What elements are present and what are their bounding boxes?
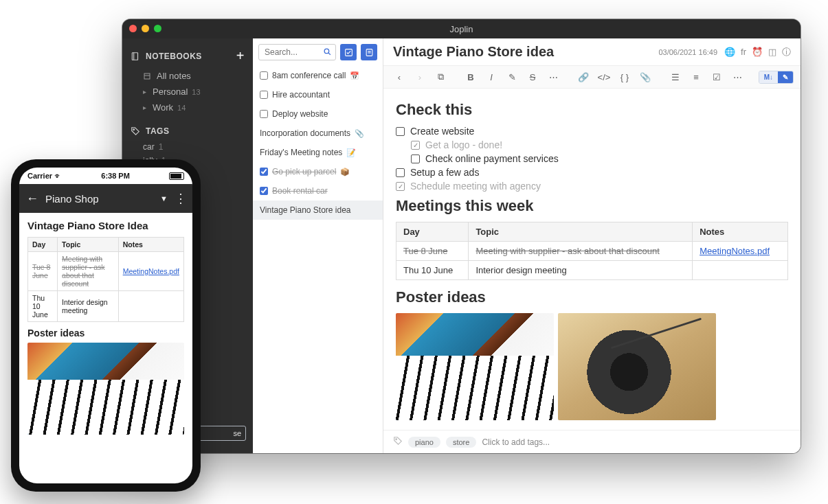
- note-emoji-icon: 📦: [340, 168, 350, 176]
- attach-button[interactable]: 📎: [636, 69, 654, 85]
- tag-chip-store[interactable]: store: [446, 437, 476, 448]
- note-list-title: Deploy website: [272, 109, 328, 119]
- new-todo-button[interactable]: [340, 44, 357, 60]
- svg-line-6: [328, 53, 331, 55]
- lang-label[interactable]: fr: [741, 47, 746, 57]
- tags-label: TAGS: [146, 126, 169, 136]
- note-list-item[interactable]: 8am conference call📅: [253, 66, 383, 85]
- todo-checkbox[interactable]: [260, 91, 268, 99]
- nav-back-button[interactable]: ‹: [390, 69, 408, 85]
- checkbox-icon[interactable]: [396, 127, 405, 136]
- checklist-text: Check online payment services: [425, 153, 559, 164]
- window-title: Joplin: [450, 24, 473, 34]
- note-list-item[interactable]: Vintage Piano Store idea: [253, 201, 383, 220]
- code-button[interactable]: </>: [595, 69, 613, 85]
- check-list-button[interactable]: ☑: [708, 69, 726, 85]
- search-icon[interactable]: [323, 47, 332, 59]
- external-link-icon[interactable]: ⧉: [432, 69, 449, 85]
- note-list-item[interactable]: Incorporation documents📎: [253, 124, 383, 143]
- tag-chip-piano[interactable]: piano: [408, 437, 440, 448]
- highlight-button[interactable]: ✎: [503, 69, 521, 85]
- table-row: Thu 10 JuneInterior design meeting: [396, 261, 788, 280]
- checkbox-icon[interactable]: [396, 182, 405, 191]
- note-list-item[interactable]: Hire accountant: [253, 85, 383, 104]
- bold-button[interactable]: B: [462, 69, 480, 85]
- checklist-item[interactable]: Create website: [396, 126, 788, 137]
- layout-icon[interactable]: ◫: [768, 47, 776, 57]
- number-list-button[interactable]: ≡: [687, 69, 705, 85]
- minimize-icon[interactable]: [142, 25, 149, 32]
- note-list-item[interactable]: Deploy website: [253, 104, 383, 124]
- notes-link[interactable]: MeetingNotes.pdf: [700, 246, 770, 256]
- heading-check: Check this: [396, 101, 788, 119]
- note-list-title: Incorporation documents: [260, 128, 350, 138]
- richtext-mode[interactable]: ✎: [778, 71, 793, 83]
- alarm-icon[interactable]: ⏰: [752, 47, 763, 57]
- th-notes: Notes: [693, 222, 788, 242]
- tag-bar: piano store Click to add tags...: [383, 430, 801, 453]
- note-list-item[interactable]: Friday's Meeting notes📝: [253, 143, 383, 162]
- note-content[interactable]: Check this Create websiteGet a logo - do…: [383, 89, 801, 453]
- note-list-item[interactable]: Book rental car: [253, 181, 383, 201]
- close-icon[interactable]: [129, 25, 137, 32]
- note-title[interactable]: Vintage Piano Store idea: [393, 44, 651, 60]
- sidebar-section-tags: TAGS: [122, 122, 253, 140]
- todo-checkbox[interactable]: [260, 71, 268, 80]
- phone-header-title[interactable]: Piano Shop: [45, 193, 99, 205]
- sidebar-notebook-personal[interactable]: ▸ Personal 13: [122, 84, 253, 100]
- checkbox-icon[interactable]: [396, 168, 405, 177]
- back-button[interactable]: ←: [26, 192, 38, 206]
- phone-note-title: Vintage Piano Store Idea: [27, 220, 184, 231]
- dropdown-icon[interactable]: ▼: [160, 194, 168, 203]
- editor-mode-toggle[interactable]: M↓ ✎: [759, 71, 794, 84]
- markdown-mode[interactable]: M↓: [759, 71, 778, 83]
- checklist-item[interactable]: Get a logo - done!: [411, 139, 788, 150]
- checkbox-icon[interactable]: [411, 141, 420, 150]
- strike-button[interactable]: S: [524, 69, 541, 85]
- more-format-button[interactable]: ⋯: [544, 69, 562, 85]
- note-emoji-icon: 📎: [355, 129, 364, 138]
- heading-meetings: Meetings this week: [396, 197, 788, 215]
- titlebar: Joplin: [122, 19, 801, 38]
- th-day: Day: [396, 222, 469, 242]
- add-tag-prompt[interactable]: Click to add tags...: [482, 437, 550, 447]
- info-icon[interactable]: ⓘ: [782, 46, 791, 58]
- more-icon[interactable]: ⋮: [175, 191, 186, 206]
- italic-button[interactable]: I: [482, 69, 500, 85]
- note-list-item[interactable]: Go pick up parcel📦: [253, 162, 383, 181]
- sidebar-notebook-work[interactable]: ▸ Work 14: [122, 100, 253, 115]
- note-list-title: Go pick up parcel: [272, 167, 336, 176]
- poster-image-piano: [396, 313, 554, 420]
- checklist-item[interactable]: Schedule meeting with agency: [396, 181, 788, 192]
- checklist-item[interactable]: Check online payment services: [411, 153, 788, 164]
- phone-note-body[interactable]: Vintage Piano Store Idea Day Topic Notes…: [19, 213, 192, 483]
- new-note-button[interactable]: [361, 44, 377, 60]
- table-row: Tue 8 JuneMeeting with supplier - ask ab…: [28, 252, 184, 291]
- checkbox-icon[interactable]: [411, 154, 420, 163]
- phone-header: ← Piano Shop ▼ ⋮: [19, 184, 192, 213]
- globe-icon[interactable]: 🌐: [724, 47, 735, 57]
- note-emoji-icon: 📝: [346, 148, 356, 157]
- poster-image-vinyl: [558, 313, 716, 420]
- more-button[interactable]: ⋯: [728, 69, 746, 85]
- link-button[interactable]: 🔗: [574, 69, 592, 85]
- todo-checkbox[interactable]: [260, 187, 268, 195]
- battery-icon: [169, 172, 184, 180]
- todo-checkbox[interactable]: [260, 110, 268, 118]
- sidebar-tag-car[interactable]: car1: [122, 140, 253, 154]
- codeblock-button[interactable]: { }: [616, 69, 634, 85]
- sidebar-all-notes[interactable]: All notes: [122, 68, 253, 84]
- bullet-list-button[interactable]: ☰: [667, 69, 684, 85]
- checklist-item[interactable]: Setup a few ads: [396, 167, 788, 178]
- note-date: 03/06/2021 16:49: [658, 48, 717, 56]
- svg-point-11: [396, 439, 397, 440]
- phone-time: 6:38 PM: [101, 172, 130, 180]
- notes-link[interactable]: MeetingNotes.pdf: [123, 267, 179, 275]
- todo-checkbox[interactable]: [260, 168, 268, 176]
- nav-forward-button[interactable]: ›: [411, 69, 429, 85]
- note-emoji-icon: 📅: [350, 71, 359, 80]
- maximize-icon[interactable]: [154, 25, 161, 32]
- note-list-title: Vintage Piano Store idea: [260, 205, 351, 215]
- editor-toolbar: ‹ › ⧉ B I ✎ S ⋯ 🔗 </> { } 📎 ☰ ≡ ☑ ⋯: [383, 65, 801, 89]
- add-notebook-button[interactable]: +: [236, 48, 245, 64]
